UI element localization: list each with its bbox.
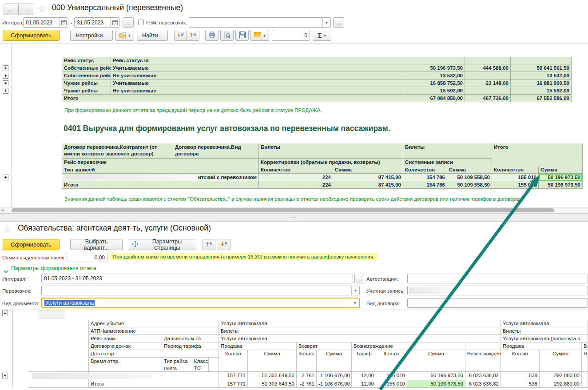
expand-plus-icon[interactable]: + [2,310,8,316]
expand-icons-layer: +++++++ [0,0,588,390]
expand-plus-icon[interactable]: + [3,73,8,79]
expand-plus-icon[interactable]: + [3,65,8,71]
expand-plus-icon[interactable]: + [2,373,8,378]
expand-plus-icon[interactable]: + [3,175,8,180]
expand-plus-icon[interactable]: + [3,88,8,94]
screen: { "icons":{"back":"←","forward":"→","sta… [0,0,588,390]
expand-plus-icon[interactable]: + [3,80,8,86]
